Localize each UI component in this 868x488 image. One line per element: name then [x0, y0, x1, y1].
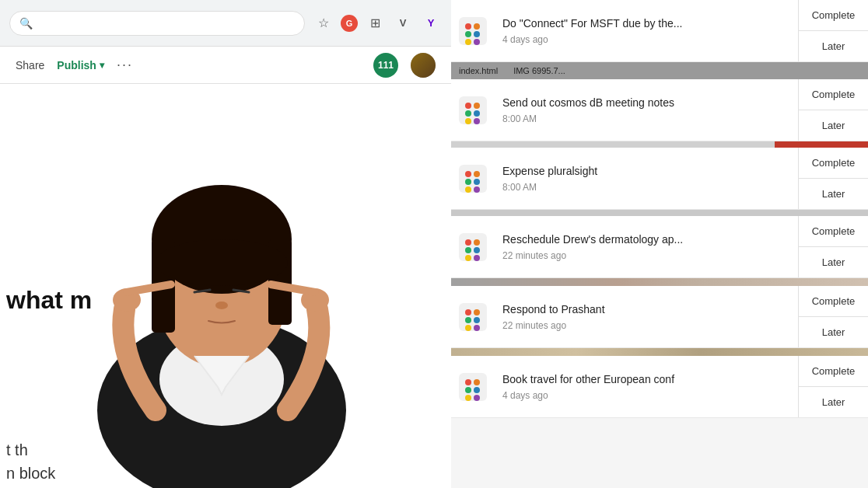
task-icon-area	[451, 0, 495, 61]
search-icon: 🔍	[19, 17, 33, 30]
later-button[interactable]: Later	[798, 387, 868, 417]
publish-button[interactable]: Publish ▾	[57, 59, 104, 71]
task-content: Book travel for other European conf 4 da…	[495, 356, 798, 417]
task-content: Expense pluralsight 8:00 AM	[495, 148, 798, 209]
filename-divider: index.html IMG 6995.7...	[451, 62, 868, 79]
task-title: Respond to Prashant	[502, 302, 790, 316]
complete-button[interactable]: Complete	[798, 148, 868, 179]
section-divider	[451, 141, 868, 148]
yahoo-icon[interactable]: Y	[420, 12, 442, 34]
task-item: Respond to Prashant 22 minutes ago Compl…	[451, 286, 868, 348]
task-content: Reschedule Drew's dermatology ap... 22 m…	[495, 216, 798, 277]
chevron-down-icon: ▾	[100, 60, 104, 71]
task-icon-area	[451, 356, 495, 417]
task-time: 8:00 AM	[502, 113, 790, 124]
task-app-icon	[459, 373, 487, 401]
task-app-icon	[459, 17, 487, 45]
later-button[interactable]: Later	[798, 317, 868, 347]
later-button[interactable]: Later	[798, 247, 868, 277]
later-button[interactable]: Later	[798, 110, 868, 141]
task-app-icon	[459, 303, 487, 331]
task-list-panel: Do "Connect" For MSFT due by the... 4 da…	[451, 0, 868, 488]
task-app-icon	[459, 96, 487, 124]
share-button[interactable]: Share	[16, 59, 44, 71]
more-options-button[interactable]: ···	[117, 57, 133, 73]
task-title: Do "Connect" For MSFT due by the...	[502, 16, 790, 30]
task-app-icon	[459, 165, 487, 193]
layers-icon[interactable]: ⊞	[364, 12, 386, 34]
task-item: Expense pluralsight 8:00 AM Complete Lat…	[451, 148, 868, 210]
complete-button[interactable]: Complete	[798, 79, 868, 110]
search-bar[interactable]: 🔍	[9, 11, 305, 36]
task-title: Book travel for other European conf	[502, 372, 790, 386]
section-divider	[451, 210, 868, 216]
task-item: Book travel for other European conf 4 da…	[451, 356, 868, 418]
svg-point-11	[215, 302, 228, 309]
browser-actions: ☆ G ⊞ V Y	[313, 12, 442, 34]
task-actions: Complete Later	[798, 286, 868, 347]
later-button[interactable]: Later	[798, 31, 868, 61]
task-icon-area	[451, 148, 495, 209]
task-actions: Complete Later	[798, 356, 868, 417]
editor-text-2: t th	[0, 441, 28, 459]
task-actions: Complete Later	[798, 148, 868, 209]
task-item: Send out cosmos dB meeting notes 8:00 AM…	[451, 79, 868, 141]
task-time: 22 minutes ago	[502, 320, 790, 331]
editor-text-3: n block	[0, 465, 55, 483]
task-icon-area	[451, 79, 495, 141]
editor-text-1: what m	[0, 286, 92, 315]
task-item: Do "Connect" For MSFT due by the... 4 da…	[451, 0, 868, 62]
task-actions: Complete Later	[798, 79, 868, 141]
task-content: Respond to Prashant 22 minutes ago	[495, 286, 798, 347]
complete-button[interactable]: Complete	[798, 286, 868, 317]
image-divider	[451, 278, 868, 286]
complete-button[interactable]: Complete	[798, 216, 868, 247]
task-content: Do "Connect" For MSFT due by the... 4 da…	[495, 0, 798, 61]
task-actions: Complete Later	[798, 216, 868, 277]
editor-toolbar: Share Publish ▾ ··· 111	[0, 47, 451, 84]
later-button[interactable]: Later	[798, 179, 868, 209]
task-title: Expense pluralsight	[502, 164, 790, 178]
complete-button[interactable]: Complete	[798, 356, 868, 387]
task-time: 4 days ago	[502, 34, 790, 45]
photo-divider	[451, 348, 868, 356]
task-time: 4 days ago	[502, 390, 790, 401]
task-icon-area	[451, 216, 495, 277]
task-content: Send out cosmos dB meeting notes 8:00 AM	[495, 79, 798, 141]
vector-icon[interactable]: V	[392, 12, 414, 34]
notification-badge[interactable]: 111	[373, 53, 398, 78]
star-icon[interactable]: ☆	[313, 12, 334, 34]
grammarly-icon[interactable]: G	[341, 15, 358, 32]
svg-point-8	[156, 239, 288, 286]
left-panel: 🔍 ☆ G ⊞ V Y Share Publish ▾ ··· 111	[0, 0, 451, 488]
task-item: Reschedule Drew's dermatology ap... 22 m…	[451, 216, 868, 278]
task-actions: Complete Later	[798, 0, 868, 61]
task-app-icon	[459, 233, 487, 261]
avatar[interactable]	[411, 53, 436, 78]
task-time: 22 minutes ago	[502, 250, 790, 261]
editor-content: what m t th n block n off	[0, 84, 451, 488]
complete-button[interactable]: Complete	[798, 0, 868, 31]
browser-chrome: 🔍 ☆ G ⊞ V Y	[0, 0, 451, 47]
task-title: Send out cosmos dB meeting notes	[502, 96, 790, 110]
task-icon-area	[451, 286, 495, 347]
task-title: Reschedule Drew's dermatology ap...	[502, 232, 790, 246]
task-time: 8:00 AM	[502, 182, 790, 193]
